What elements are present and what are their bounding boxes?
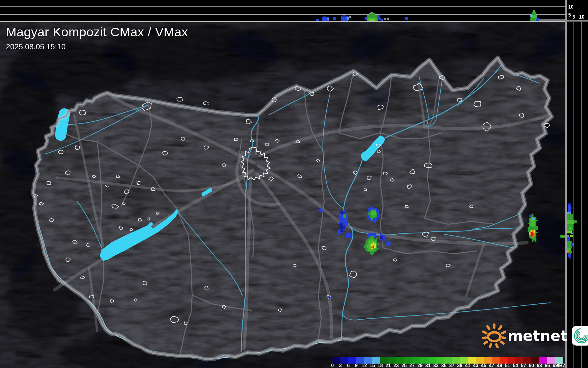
radar-echo-pixel (339, 214, 340, 215)
radar-echo-pixel (371, 239, 373, 241)
radar-echo-pixel (374, 214, 376, 215)
radar-echo-pixel (368, 214, 370, 215)
scale-block-63 (539, 357, 547, 364)
radar-echo-pixel (535, 241, 536, 242)
radar-echo-pixel (529, 227, 531, 229)
radar-echo-pixel (373, 217, 374, 218)
radar-echo-pixel (346, 236, 348, 238)
radar-echo-pixel (533, 238, 535, 239)
radar-echo-pixel (533, 223, 535, 224)
radar-echo-pixel (367, 241, 368, 242)
radar-echo-pixel (571, 233, 573, 234)
radar-echo-pixel (532, 236, 533, 238)
radar-echo-pixel (339, 224, 340, 226)
radar-echo-pixel (535, 220, 536, 221)
radar-echo-pixel (368, 249, 370, 251)
radar-echo-pixel (539, 19, 565, 21)
radar-echo-pixel (327, 18, 329, 20)
radar-echo-pixel (374, 245, 376, 246)
radar-echo-pixel (389, 242, 391, 243)
scale-block-41 (468, 357, 476, 364)
radar-echo-pixel (370, 241, 371, 242)
radar-echo-pixel (368, 239, 370, 241)
radar-echo-pixel (376, 218, 377, 220)
radar-echo-pixel (367, 215, 368, 217)
radar-echo-pixel (376, 215, 377, 217)
radar-echo-pixel (567, 237, 570, 241)
radar-echo-pixel (340, 212, 342, 214)
radar-echo-pixel (536, 220, 538, 221)
scale-block-54 (515, 357, 523, 364)
radar-echo-pixel (373, 236, 374, 238)
radar-echo-pixel (569, 257, 571, 259)
radar-echo-pixel (535, 226, 536, 227)
radar-echo-pixel (349, 233, 351, 235)
radar-echo-pixel (376, 235, 377, 236)
radar-echo-pixel (320, 211, 321, 212)
scale-block-9 (356, 357, 364, 364)
scale-label: 33 (433, 363, 439, 368)
radar-echo-pixel (376, 246, 377, 248)
radar-echo-pixel (345, 215, 346, 217)
radar-echo-pixel (535, 233, 536, 235)
scale-label: 6 (347, 363, 350, 368)
radar-echo-pixel (376, 208, 377, 210)
radar-echo-pixel (340, 220, 342, 221)
radar-echo-pixel (340, 218, 342, 220)
terrain-ridges-outside (0, 22, 565, 368)
radar-echo-pixel (532, 230, 533, 232)
radar-echo-pixel (371, 210, 373, 211)
radar-echo-pixel (368, 246, 370, 248)
radar-echo-pixel (349, 16, 351, 18)
radar-echo-pixel (339, 232, 340, 233)
radar-echo-pixel (373, 211, 374, 212)
radar-echo-pixel (374, 208, 376, 210)
radar-echo-pixel (533, 226, 535, 227)
radar-echo-pixel (370, 242, 371, 243)
radar-echo-pixel (368, 211, 370, 212)
radar-echo-pixel (345, 220, 346, 221)
radar-echo-pixel (365, 249, 367, 251)
scale-label: 37 (449, 363, 454, 368)
radar-echo-pixel (342, 15, 346, 17)
radar-echo-pixel (368, 238, 370, 239)
scale-block-39 (460, 357, 468, 364)
radar-echo-pixel (342, 224, 343, 226)
radar-echo-pixel (349, 236, 351, 238)
radar-echo-pixel (339, 229, 340, 230)
radar-echo-pixel (374, 218, 376, 220)
radar-echo-pixel (376, 210, 377, 211)
radar-echo-pixel (342, 220, 343, 221)
radar-echo-pixel (533, 236, 535, 238)
radar-echo-pixel (533, 227, 535, 229)
radar-echo-pixel (377, 214, 379, 215)
radar-echo-pixel (383, 238, 385, 239)
scale-block-6 (348, 357, 356, 364)
radar-echo-pixel (382, 236, 383, 238)
radar-echo-pixel (342, 226, 343, 227)
radar-echo-pixel (365, 241, 367, 242)
radar-echo-pixel (386, 243, 388, 245)
scale-label: 57 (521, 363, 526, 368)
radar-echo-pixel (368, 212, 370, 214)
radar-echo-pixel (371, 215, 373, 217)
radar-echo-pixel (339, 218, 340, 220)
scale-label: 0 (331, 363, 334, 368)
radar-echo-pixel (376, 220, 377, 221)
radar-echo-pixel (377, 215, 379, 217)
scale-block-45 (484, 357, 492, 364)
radar-echo-pixel (342, 232, 343, 233)
radar-echo-pixel (373, 212, 374, 214)
radar-echo-pixel (371, 249, 373, 251)
radar-echo-pixel (367, 249, 368, 251)
radar-echo-pixel (368, 218, 370, 220)
top-profile-strip (0, 0, 565, 22)
radar-echo-pixel (531, 215, 532, 217)
radar-echo-pixel (529, 220, 531, 221)
radar-echo-pixel (339, 233, 340, 235)
radar-echo-pixel (337, 230, 339, 232)
radar-echo-pixel (337, 232, 339, 233)
radar-echo-pixel (528, 230, 529, 232)
radar-echo-pixel (376, 238, 377, 239)
right-gridline-5km (574, 22, 574, 368)
